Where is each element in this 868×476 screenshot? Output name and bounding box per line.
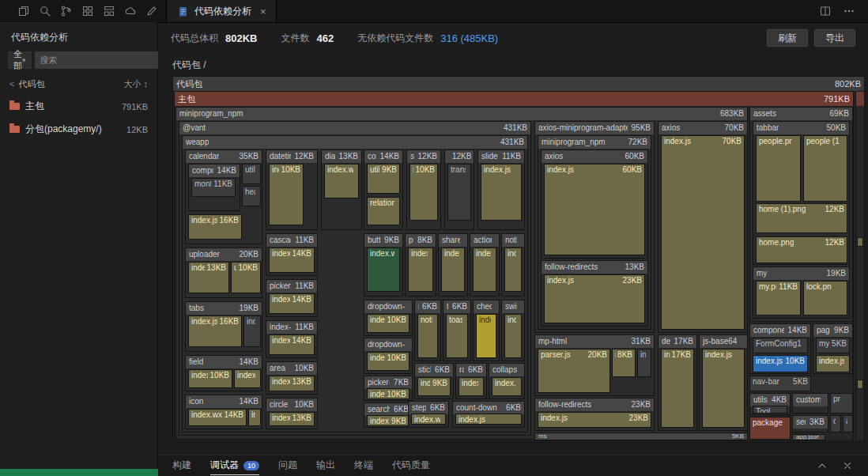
panel-tab-code-quality[interactable]: 代码质量	[392, 456, 430, 475]
treemap-node[interactable]: index.js23KB	[544, 274, 645, 323]
apps-icon[interactable]	[103, 5, 115, 17]
filter-dropdown[interactable]: 全部 ▾	[8, 51, 32, 69]
sidebar-item[interactable]: 分包(packagemy/)12KB	[0, 118, 157, 141]
treemap-node[interactable]: index.js70KB	[661, 135, 745, 330]
treemap-node[interactable]: index.js	[473, 247, 496, 292]
treemap-node[interactable]	[857, 380, 863, 389]
more-actions-icon[interactable]	[843, 5, 855, 17]
treemap-node[interactable]: parser.js20KB	[538, 349, 610, 393]
split-editor-icon[interactable]	[819, 5, 832, 17]
treemap-node[interactable]: index.js	[504, 247, 522, 292]
treemap-node[interactable]: index.js9KB	[417, 377, 451, 396]
treemap-node[interactable]: notify	[417, 314, 438, 358]
search-icon[interactable]	[39, 5, 51, 17]
treemap-node[interactable]: index.js23KB	[538, 412, 651, 428]
treemap-node[interactable]: index.js	[459, 377, 484, 396]
treemap-node[interactable]: Tool	[753, 406, 787, 414]
breadcrumb[interactable]: 代码包 /	[172, 59, 206, 72]
treemap-node[interactable]: utils.js	[242, 164, 261, 184]
treemap-node[interactable]: transition	[447, 164, 471, 221]
treemap-node[interactable]: index.js10KB	[753, 355, 808, 372]
panel-tab-problems[interactable]: 问题	[278, 456, 297, 475]
treemap-node[interactable]: nav-bar5KB	[749, 376, 811, 391]
treemap-node[interactable]: home (1).png12KB	[756, 203, 847, 233]
treemap-node[interactable]: pr	[830, 393, 853, 414]
treemap-node[interactable]: relation.js	[367, 197, 400, 225]
treemap-node[interactable]: index.wxss	[367, 247, 400, 292]
source-control-icon[interactable]	[60, 5, 73, 17]
panel-tab-terminal[interactable]: 终端	[354, 456, 373, 475]
treemap-node[interactable]: people.pr	[756, 135, 801, 202]
tab-close-icon[interactable]: ×	[260, 6, 266, 17]
files-icon[interactable]	[17, 5, 30, 17]
treemap-node[interactable]: my5KB	[816, 338, 850, 353]
treemap-node[interactable]: index.js	[702, 349, 745, 428]
sort-by-size[interactable]: 大小 ↕	[123, 78, 148, 90]
treemap-node[interactable]: index.js10KB	[269, 164, 304, 225]
treemap-node[interactable]: custom-tab-bar	[792, 393, 828, 414]
treemap-node[interactable]: service3KB	[792, 415, 828, 433]
panel-tab-debugger[interactable]: 调试器10	[210, 456, 259, 475]
treemap-node[interactable]: index.js17KB	[661, 349, 694, 428]
tab-code-dependency-analysis[interactable]: 代码依赖分析 ×	[166, 0, 277, 22]
sidebar-item[interactable]: 主包791KB	[0, 95, 157, 118]
treemap-node[interactable]: index.js60KB	[544, 164, 645, 255]
treemap-node[interactable]: utils.js9KB	[367, 164, 400, 194]
refresh-button[interactable]: 刷新	[767, 29, 808, 47]
grid-icon[interactable]	[81, 5, 94, 17]
panel-expand-icon[interactable]	[816, 459, 828, 472]
treemap-node[interactable]: index.js	[481, 164, 522, 221]
treemap-node[interactable]: co	[830, 415, 841, 433]
treemap-node[interactable]: ms5KB	[534, 433, 748, 440]
treemap-node[interactable]: index.js10KB	[188, 369, 232, 388]
treemap-node[interactable]: lock.pn	[803, 281, 847, 315]
treemap-node[interactable]: index.js14KB	[269, 247, 315, 273]
treemap-node[interactable]: index.js14KB	[269, 293, 315, 314]
treemap-node[interactable]: index.js10KB	[409, 164, 438, 221]
treemap-node[interactable]: people (1	[803, 135, 847, 202]
cloud-icon[interactable]	[124, 5, 137, 17]
treemap-node[interactable]: index	[248, 409, 261, 426]
treemap-node[interactable]: hea	[242, 186, 261, 206]
treemap-node[interactable]: index.js13KB	[188, 262, 229, 293]
treemap-node[interactable]: index.wxss14KB	[188, 409, 247, 426]
treemap-node[interactable]: index.js	[408, 247, 433, 292]
package-list-header[interactable]: <代码包	[9, 78, 44, 90]
export-button[interactable]: 导出	[814, 29, 855, 47]
treemap-node[interactable]: index.js13KB	[269, 376, 315, 391]
treemap-node[interactable]: index.js14KB	[269, 334, 315, 355]
treemap-node[interactable]: index.js	[441, 247, 465, 292]
treemap-node[interactable]	[857, 237, 863, 247]
treemap-node[interactable]: toast	[446, 314, 468, 358]
treemap-node[interactable]: index	[504, 314, 522, 358]
treemap-node[interactable]: index.js13KB	[269, 412, 315, 426]
treemap-node[interactable]: index.wxml	[324, 164, 359, 198]
treemap-node[interactable]: index.wxss	[234, 369, 261, 388]
treemap-node[interactable]: index.wxss	[411, 414, 446, 425]
treemap-node[interactable]: package	[749, 417, 791, 440]
panel-tab-output[interactable]: 输出	[316, 456, 335, 475]
treemap-node[interactable]: index.js16KB	[188, 214, 242, 240]
edit-icon[interactable]	[145, 5, 158, 17]
treemap-node[interactable]: index.js10KB	[367, 352, 409, 371]
panel-close-icon[interactable]	[841, 459, 854, 472]
treemap-node[interactable]: index	[637, 349, 651, 377]
treemap-node[interactable]: month11KB	[191, 178, 236, 197]
treemap-node[interactable]: index.js	[455, 414, 522, 425]
treemap-node[interactable]: index.js10KB	[367, 314, 409, 333]
treemap-node[interactable]: home.png12KB	[756, 236, 847, 263]
treemap-node[interactable]: index.js	[492, 377, 522, 396]
treemap-node[interactable]: ap	[843, 415, 853, 433]
treemap-node[interactable]: index.js16KB	[188, 315, 242, 347]
search-input[interactable]	[35, 51, 158, 69]
treemap-node[interactable]: index	[476, 314, 496, 358]
treemap-node[interactable]: my.png11KB	[756, 281, 801, 315]
treemap-node[interactable]: utils.js10KB	[231, 262, 261, 293]
treemap-node[interactable]: index	[243, 315, 261, 347]
treemap-node[interactable]: node8KB	[612, 349, 636, 377]
treemap-node[interactable]: index.js9KB	[367, 415, 409, 426]
treemap-node[interactable]: app.json	[792, 434, 825, 440]
treemap-node[interactable]: index.js	[816, 355, 850, 372]
treemap-node[interactable]: FormConfig1	[753, 338, 808, 353]
treemap-node[interactable]: index.js10KB	[367, 388, 409, 399]
